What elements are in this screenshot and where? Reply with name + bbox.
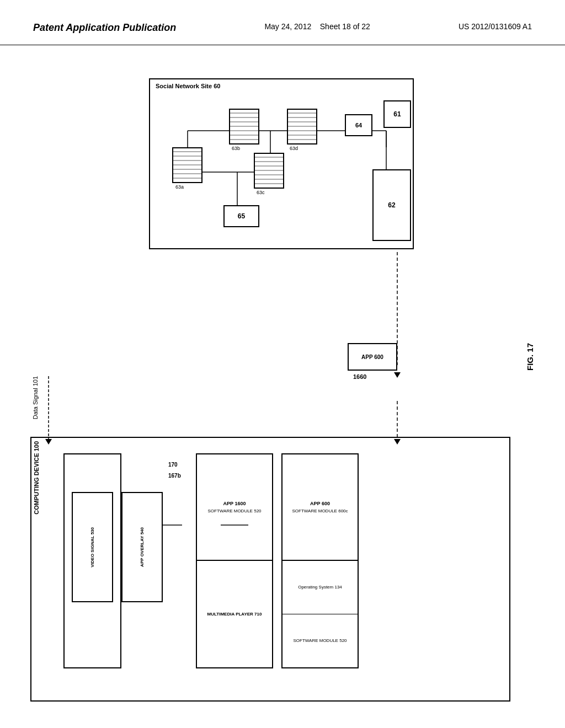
publication-title: Patent Application Publication	[33, 22, 176, 34]
sw-module520b-label: SOFTWARE MODULE 520	[293, 638, 347, 643]
header-info: May 24, 2012 Sheet 18 of 22	[264, 22, 370, 31]
patent-number: US 2012/0131609 A1	[459, 22, 532, 31]
multimedia-cell: MULTIMEDIA PLAYER 710	[197, 561, 272, 667]
cd-label: COMPUTING DEVICE 100	[33, 441, 40, 515]
app1600-cell: APP 1600 SOFTWARE MODULE 520	[197, 454, 272, 561]
node-64: 64	[345, 114, 372, 136]
diagram-area: Social Network Site 60 63a 63b 63c 63d 6…	[0, 45, 565, 718]
video-signal-box: VIDEO SIGNAL 530	[72, 492, 113, 602]
node-63c	[254, 153, 284, 189]
fig-label: FIG. 17	[525, 343, 535, 371]
node-65: 65	[223, 205, 259, 227]
app600-mid-box: APP 600	[348, 343, 397, 371]
multimedia-label: MULTIMEDIA PLAYER 710	[207, 612, 262, 617]
video-signal-label: VIDEO SIGNAL 530	[90, 527, 95, 568]
sns-label: Social Network Site 60	[156, 83, 220, 89]
header-sheet: Sheet 18 of 22	[320, 22, 370, 31]
os-sub-cell: Operating System 134	[282, 561, 358, 614]
sw-module520a-label: SOFTWARE MODULE 520	[207, 508, 261, 513]
label-1660: 1660	[353, 373, 366, 380]
label-63c: 63c	[257, 190, 265, 195]
sw520b-sub-cell: SOFTWARE MODULE 520	[282, 614, 358, 668]
app600-label: APP 600	[310, 501, 330, 506]
os-label: Operating System 134	[298, 585, 342, 590]
arrow-to-app600	[394, 372, 401, 378]
app600-container: APP 600 SOFTWARE MODULE 600c Operating S…	[281, 453, 359, 668]
app1600-label: APP 1600	[223, 501, 246, 506]
node-61: 61	[383, 100, 411, 128]
header-date: May 24, 2012	[264, 22, 311, 31]
app1600-container: APP 1600 SOFTWARE MODULE 520 MULTIMEDIA …	[196, 453, 273, 668]
node-63d	[287, 109, 317, 144]
node-63b	[229, 109, 259, 144]
app600-mid-label: APP 600	[361, 354, 383, 360]
label-63a: 63a	[175, 184, 184, 190]
app600-cell: APP 600 SOFTWARE MODULE 600c	[282, 454, 358, 561]
sw-module600c-label: SOFTWARE MODULE 600c	[292, 508, 348, 513]
label-63d: 63d	[290, 146, 298, 151]
data-signal-label: Data Signal 101	[32, 376, 39, 419]
app-overlay-label: APP OVERLAY 540	[140, 527, 145, 567]
os-cell: Operating System 134 SOFTWARE MODULE 520	[282, 561, 358, 667]
node-62: 62	[372, 169, 411, 241]
label-170: 170	[168, 462, 178, 468]
label-63b: 63b	[232, 146, 240, 151]
node-63a	[172, 147, 202, 183]
label-167b: 167b	[168, 473, 181, 479]
app-overlay-box: APP OVERLAY 540	[121, 492, 163, 602]
page-header: Patent Application Publication May 24, 2…	[0, 0, 565, 45]
